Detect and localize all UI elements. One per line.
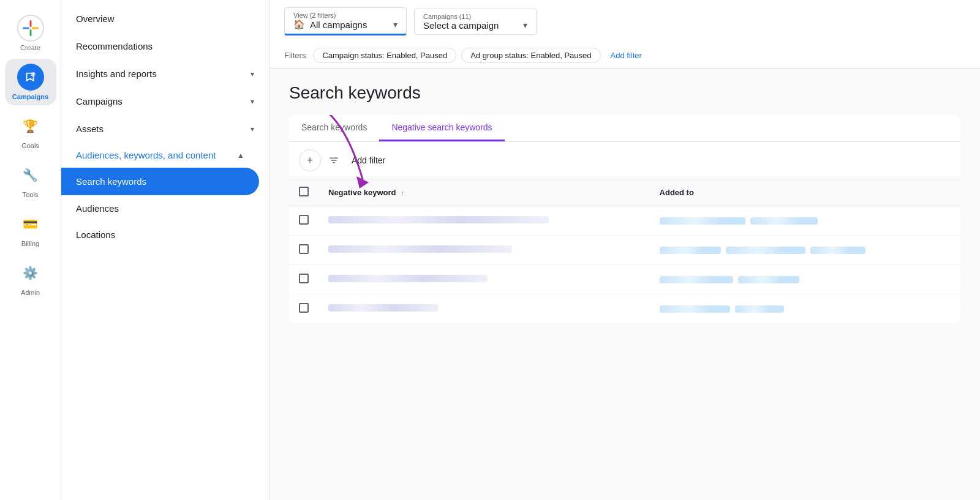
goals-icon: 🏆 [17, 113, 44, 140]
row-4-added-content [660, 305, 951, 313]
row-3-added-to [650, 265, 960, 294]
row-2-added-chip-1 [660, 247, 721, 254]
create-button[interactable]: Create [5, 10, 56, 56]
sort-icon[interactable]: ↑ [401, 189, 404, 196]
row-1-keyword [318, 206, 650, 236]
row-1-added-chip-1 [660, 217, 745, 225]
campaign-dropdown-label: Select a campaign ▾ [423, 20, 527, 31]
view-dropdown[interactable]: View (2 filters) 🏠 All campaigns ▾ [284, 7, 407, 35]
row-3-keyword-value [328, 275, 488, 282]
filter-icon-button[interactable] [328, 155, 339, 166]
sidebar-item-audiences[interactable]: Audiences [61, 195, 269, 222]
create-label: Create [20, 44, 40, 51]
table-toolbar: + Add filter [289, 142, 960, 179]
tools-icon: 🔧 [17, 162, 44, 188]
table-row [289, 206, 960, 236]
row-2-checkbox[interactable] [299, 244, 309, 254]
row-2-added-chip-2 [726, 247, 805, 254]
row-1-added-chip-2 [750, 217, 818, 225]
campaigns-chevron-icon: ▾ [251, 97, 254, 106]
home-icon: 🏠 [293, 19, 305, 30]
audiences-sub-label: Audiences [76, 203, 119, 214]
row-4-added-chip-1 [660, 305, 730, 313]
sidebar-active-search-keywords[interactable]: Search keywords [61, 168, 259, 195]
billing-label: Billing [21, 240, 39, 247]
sidebar-item-campaigns[interactable]: Campaigns [5, 59, 56, 105]
goals-nav-item[interactable]: 🏆 Goals [5, 108, 56, 154]
row-4-checkbox[interactable] [299, 303, 309, 313]
row-4-added-chip-2 [735, 305, 784, 313]
billing-icon: 💳 [17, 211, 44, 237]
campaign-dropdown[interactable]: Campaigns (11) Select a campaign ▾ [414, 9, 537, 35]
tab-negative-search-keywords[interactable]: Negative search keywords [379, 115, 504, 141]
admin-label: Admin [21, 289, 40, 296]
campaigns-icon [17, 64, 44, 91]
row-1-added-content [660, 217, 951, 225]
row-1-added-to [650, 206, 960, 236]
top-bar: View (2 filters) 🏠 All campaigns ▾ Campa… [270, 0, 980, 69]
assets-chevron-icon: ▾ [251, 125, 254, 133]
funnel-icon [328, 155, 339, 166]
row-4-checkbox-cell [289, 294, 318, 324]
icon-nav: Create Campaigns 🏆 Goals 🔧 Tools 💳 Billi… [0, 0, 61, 500]
plus-icon: + [307, 154, 314, 167]
header-negative-keyword: Negative keyword ↑ [318, 179, 650, 206]
select-all-checkbox[interactable] [299, 187, 309, 196]
row-2-added-content [660, 247, 951, 254]
create-icon [17, 15, 44, 42]
row-2-keyword-value [328, 245, 512, 253]
top-bar-controls: View (2 filters) 🏠 All campaigns ▾ Campa… [284, 7, 965, 43]
sidebar: Overview Recommendations Insights and re… [61, 0, 270, 500]
sidebar-item-recommendations[interactable]: Recommendations [61, 32, 269, 60]
header-checkbox-cell [289, 179, 318, 206]
audiences-submenu: Audiences, keywords, and content ▲ Searc… [61, 143, 269, 248]
audiences-chevron-up-icon: ▲ [237, 151, 244, 160]
row-3-keyword [318, 265, 650, 294]
filter-chip-adgroup-status[interactable]: Ad group status: Enabled, Paused [461, 48, 600, 63]
assets-label: Assets [76, 124, 104, 134]
row-1-keyword-value [328, 216, 549, 223]
row-3-added-content [660, 276, 951, 283]
campaigns-label: Campaigns [12, 93, 48, 100]
tabs: Search keywords Negative search keywords [289, 115, 960, 142]
row-2-added-chip-3 [810, 247, 865, 254]
table-row [289, 265, 960, 294]
table-container: Search keywords Negative search keywords… [289, 115, 960, 323]
row-2-checkbox-cell [289, 236, 318, 265]
row-3-added-chip-1 [660, 276, 733, 283]
row-3-checkbox[interactable] [299, 274, 309, 283]
sidebar-item-overview[interactable]: Overview [61, 5, 269, 32]
goals-label: Goals [21, 142, 39, 149]
tab-search-keywords[interactable]: Search keywords [289, 115, 379, 141]
tools-label: Tools [23, 191, 39, 198]
sidebar-item-insights[interactable]: Insights and reports ▾ [61, 60, 269, 88]
page-title: Search keywords [289, 83, 960, 103]
insights-label: Insights and reports [76, 69, 157, 79]
content-area: Search keywords Search keywords Negative… [270, 69, 980, 500]
add-filter-topbar-button[interactable]: Add filter [606, 48, 647, 62]
sidebar-item-assets[interactable]: Assets ▾ [61, 115, 269, 143]
view-dropdown-label: 🏠 All campaigns ▾ [293, 19, 398, 30]
table-row [289, 294, 960, 324]
filter-chip-campaign-status[interactable]: Campaign status: Enabled, Paused [313, 48, 456, 63]
insights-chevron-icon: ▾ [251, 70, 254, 78]
filters-label: Filters [284, 51, 306, 60]
tools-nav-item[interactable]: 🔧 Tools [5, 157, 56, 203]
admin-nav-item[interactable]: ⚙️ Admin [5, 255, 56, 301]
main-content: View (2 filters) 🏠 All campaigns ▾ Campa… [270, 0, 980, 500]
row-1-checkbox[interactable] [299, 215, 309, 225]
billing-nav-item[interactable]: 💳 Billing [5, 206, 56, 252]
filter-bar: Filters Campaign status: Enabled, Paused… [284, 43, 965, 68]
view-dropdown-sublabel: View (2 filters) [293, 12, 398, 19]
audiences-submenu-label: Audiences, keywords, and content [76, 150, 216, 160]
row-2-keyword [318, 236, 650, 265]
sidebar-item-campaigns-menu[interactable]: Campaigns ▾ [61, 88, 269, 115]
add-keyword-button[interactable]: + [299, 149, 321, 171]
row-1-checkbox-cell [289, 206, 318, 236]
add-filter-table-button[interactable]: Add filter [347, 153, 390, 168]
audiences-submenu-header[interactable]: Audiences, keywords, and content ▲ [61, 143, 259, 168]
row-3-checkbox-cell [289, 265, 318, 294]
campaign-dropdown-arrow-icon: ▾ [523, 20, 527, 30]
sidebar-item-locations[interactable]: Locations [61, 222, 269, 248]
row-2-added-to [650, 236, 960, 265]
